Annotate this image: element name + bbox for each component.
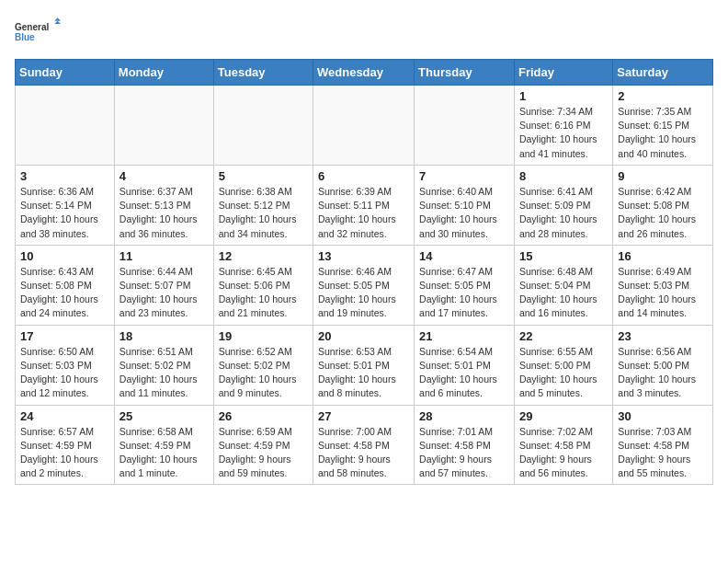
calendar-cell: 5Sunrise: 6:38 AM Sunset: 5:12 PM Daylig… bbox=[213, 165, 313, 245]
calendar-cell: 27Sunrise: 7:00 AM Sunset: 4:58 PM Dayli… bbox=[313, 405, 415, 485]
day-number: 11 bbox=[119, 249, 209, 263]
calendar-cell: 20Sunrise: 6:53 AM Sunset: 5:01 PM Dayli… bbox=[313, 325, 415, 405]
day-number: 26 bbox=[219, 409, 308, 423]
calendar-header-thursday: Thursday bbox=[415, 60, 515, 86]
calendar-cell: 18Sunrise: 6:51 AM Sunset: 5:02 PM Dayli… bbox=[114, 325, 213, 405]
day-info: Sunrise: 6:49 AM Sunset: 5:03 PM Dayligh… bbox=[618, 265, 708, 321]
day-number: 15 bbox=[519, 249, 608, 263]
day-info: Sunrise: 7:03 AM Sunset: 4:58 PM Dayligh… bbox=[618, 425, 708, 481]
calendar-header-row: SundayMondayTuesdayWednesdayThursdayFrid… bbox=[16, 60, 713, 86]
calendar-cell: 6Sunrise: 6:39 AM Sunset: 5:11 PM Daylig… bbox=[313, 165, 415, 245]
day-info: Sunrise: 6:37 AM Sunset: 5:13 PM Dayligh… bbox=[119, 185, 209, 241]
calendar-cell: 10Sunrise: 6:43 AM Sunset: 5:08 PM Dayli… bbox=[16, 245, 115, 325]
day-number: 18 bbox=[119, 329, 209, 343]
calendar-cell: 26Sunrise: 6:59 AM Sunset: 4:59 PM Dayli… bbox=[213, 405, 313, 485]
day-info: Sunrise: 6:56 AM Sunset: 5:00 PM Dayligh… bbox=[618, 345, 708, 401]
calendar-header-friday: Friday bbox=[514, 60, 612, 86]
calendar-cell: 28Sunrise: 7:01 AM Sunset: 4:58 PM Dayli… bbox=[415, 405, 515, 485]
calendar-header-saturday: Saturday bbox=[613, 60, 713, 86]
day-number: 2 bbox=[618, 89, 708, 103]
day-number: 17 bbox=[20, 329, 109, 343]
day-number: 30 bbox=[618, 409, 708, 423]
day-info: Sunrise: 7:00 AM Sunset: 4:58 PM Dayligh… bbox=[318, 425, 409, 481]
calendar-cell: 2Sunrise: 7:35 AM Sunset: 6:15 PM Daylig… bbox=[613, 86, 713, 166]
day-info: Sunrise: 6:52 AM Sunset: 5:02 PM Dayligh… bbox=[219, 345, 308, 401]
day-number: 4 bbox=[119, 169, 209, 183]
calendar-cell: 16Sunrise: 6:49 AM Sunset: 5:03 PM Dayli… bbox=[613, 245, 713, 325]
calendar-cell: 21Sunrise: 6:54 AM Sunset: 5:01 PM Dayli… bbox=[415, 325, 515, 405]
day-number: 1 bbox=[519, 89, 608, 103]
day-number: 27 bbox=[318, 409, 409, 423]
calendar-week-row: 10Sunrise: 6:43 AM Sunset: 5:08 PM Dayli… bbox=[16, 245, 713, 325]
day-number: 23 bbox=[618, 329, 708, 343]
day-number: 29 bbox=[519, 409, 608, 423]
day-info: Sunrise: 6:44 AM Sunset: 5:07 PM Dayligh… bbox=[119, 265, 209, 321]
svg-text:Blue: Blue bbox=[15, 32, 35, 42]
calendar-cell bbox=[114, 86, 213, 166]
day-info: Sunrise: 7:35 AM Sunset: 6:15 PM Dayligh… bbox=[618, 105, 708, 161]
day-number: 6 bbox=[318, 169, 409, 183]
svg-marker-3 bbox=[54, 21, 61, 24]
calendar-cell: 17Sunrise: 6:50 AM Sunset: 5:03 PM Dayli… bbox=[16, 325, 115, 405]
day-number: 28 bbox=[419, 409, 509, 423]
day-number: 20 bbox=[318, 329, 409, 343]
calendar-cell bbox=[415, 86, 515, 166]
calendar-cell: 9Sunrise: 6:42 AM Sunset: 5:08 PM Daylig… bbox=[613, 165, 713, 245]
svg-marker-2 bbox=[54, 17, 61, 20]
day-number: 25 bbox=[119, 409, 209, 423]
day-info: Sunrise: 7:34 AM Sunset: 6:16 PM Dayligh… bbox=[519, 105, 608, 161]
calendar-cell: 23Sunrise: 6:56 AM Sunset: 5:00 PM Dayli… bbox=[613, 325, 713, 405]
header: General Blue bbox=[15, 15, 713, 52]
calendar-cell: 8Sunrise: 6:41 AM Sunset: 5:09 PM Daylig… bbox=[514, 165, 612, 245]
day-info: Sunrise: 6:54 AM Sunset: 5:01 PM Dayligh… bbox=[419, 345, 509, 401]
day-info: Sunrise: 6:45 AM Sunset: 5:06 PM Dayligh… bbox=[219, 265, 308, 321]
day-number: 3 bbox=[20, 169, 109, 183]
calendar-cell bbox=[313, 86, 415, 166]
day-info: Sunrise: 6:42 AM Sunset: 5:08 PM Dayligh… bbox=[618, 185, 708, 241]
day-info: Sunrise: 6:41 AM Sunset: 5:09 PM Dayligh… bbox=[519, 185, 608, 241]
calendar-cell: 24Sunrise: 6:57 AM Sunset: 4:59 PM Dayli… bbox=[16, 405, 115, 485]
day-number: 5 bbox=[219, 169, 308, 183]
day-number: 22 bbox=[519, 329, 608, 343]
calendar-header-tuesday: Tuesday bbox=[213, 60, 313, 86]
day-number: 10 bbox=[20, 249, 109, 263]
day-number: 8 bbox=[519, 169, 608, 183]
day-info: Sunrise: 6:36 AM Sunset: 5:14 PM Dayligh… bbox=[20, 185, 109, 241]
calendar-cell: 30Sunrise: 7:03 AM Sunset: 4:58 PM Dayli… bbox=[613, 405, 713, 485]
calendar-cell: 25Sunrise: 6:58 AM Sunset: 4:59 PM Dayli… bbox=[114, 405, 213, 485]
day-info: Sunrise: 6:58 AM Sunset: 4:59 PM Dayligh… bbox=[119, 425, 209, 481]
calendar-header-wednesday: Wednesday bbox=[313, 60, 415, 86]
day-info: Sunrise: 6:40 AM Sunset: 5:10 PM Dayligh… bbox=[419, 185, 509, 241]
calendar-cell: 22Sunrise: 6:55 AM Sunset: 5:00 PM Dayli… bbox=[514, 325, 612, 405]
calendar-cell: 12Sunrise: 6:45 AM Sunset: 5:06 PM Dayli… bbox=[213, 245, 313, 325]
day-number: 21 bbox=[419, 329, 509, 343]
day-number: 14 bbox=[419, 249, 509, 263]
day-info: Sunrise: 6:55 AM Sunset: 5:00 PM Dayligh… bbox=[519, 345, 608, 401]
day-number: 9 bbox=[618, 169, 708, 183]
day-info: Sunrise: 6:50 AM Sunset: 5:03 PM Dayligh… bbox=[20, 345, 109, 401]
calendar-header-sunday: Sunday bbox=[16, 60, 115, 86]
calendar-cell bbox=[213, 86, 313, 166]
calendar-week-row: 3Sunrise: 6:36 AM Sunset: 5:14 PM Daylig… bbox=[16, 165, 713, 245]
day-info: Sunrise: 6:47 AM Sunset: 5:05 PM Dayligh… bbox=[419, 265, 509, 321]
day-info: Sunrise: 6:51 AM Sunset: 5:02 PM Dayligh… bbox=[119, 345, 209, 401]
calendar-cell bbox=[16, 86, 115, 166]
day-number: 7 bbox=[419, 169, 509, 183]
logo-svg: General Blue bbox=[15, 15, 61, 52]
calendar-week-row: 1Sunrise: 7:34 AM Sunset: 6:16 PM Daylig… bbox=[16, 86, 713, 166]
svg-text:General: General bbox=[15, 22, 49, 32]
calendar-week-row: 24Sunrise: 6:57 AM Sunset: 4:59 PM Dayli… bbox=[16, 405, 713, 485]
day-number: 16 bbox=[618, 249, 708, 263]
calendar-cell: 13Sunrise: 6:46 AM Sunset: 5:05 PM Dayli… bbox=[313, 245, 415, 325]
calendar-cell: 1Sunrise: 7:34 AM Sunset: 6:16 PM Daylig… bbox=[514, 86, 612, 166]
calendar-cell: 14Sunrise: 6:47 AM Sunset: 5:05 PM Dayli… bbox=[415, 245, 515, 325]
day-number: 24 bbox=[20, 409, 109, 423]
day-info: Sunrise: 7:01 AM Sunset: 4:58 PM Dayligh… bbox=[419, 425, 509, 481]
day-info: Sunrise: 7:02 AM Sunset: 4:58 PM Dayligh… bbox=[519, 425, 608, 481]
calendar-cell: 7Sunrise: 6:40 AM Sunset: 5:10 PM Daylig… bbox=[415, 165, 515, 245]
calendar-week-row: 17Sunrise: 6:50 AM Sunset: 5:03 PM Dayli… bbox=[16, 325, 713, 405]
calendar-cell: 19Sunrise: 6:52 AM Sunset: 5:02 PM Dayli… bbox=[213, 325, 313, 405]
day-number: 19 bbox=[219, 329, 308, 343]
calendar-cell: 29Sunrise: 7:02 AM Sunset: 4:58 PM Dayli… bbox=[514, 405, 612, 485]
day-info: Sunrise: 6:38 AM Sunset: 5:12 PM Dayligh… bbox=[219, 185, 308, 241]
